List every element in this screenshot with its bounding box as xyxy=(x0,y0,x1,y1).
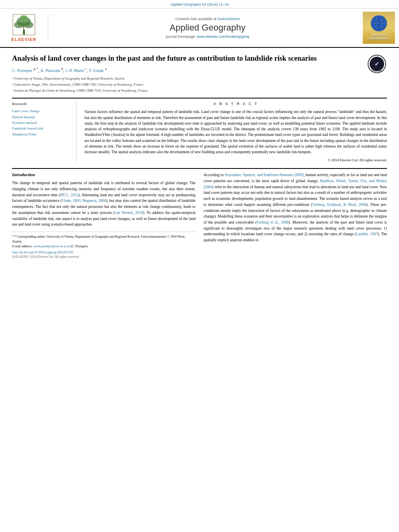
aff-b-text: Laboratoire Image, Ville, Environnement,… xyxy=(14,82,144,87)
email-link[interactable]: catrin.promper@univie.ac.at xyxy=(33,244,70,248)
globe-icon xyxy=(371,15,387,31)
aff-b-sup: b xyxy=(12,82,14,86)
title-divider xyxy=(12,98,387,99)
doi-line[interactable]: http://dx.doi.org/10.1016/j.apgeog.2014.… xyxy=(12,251,195,254)
homepage-label: journal homepage: xyxy=(166,35,196,39)
introduction-right-text: According to Slaymaker, Spencer, and Emb… xyxy=(204,172,387,243)
ref-verburg-etal[interactable]: Verburg et al., 2008 xyxy=(257,220,288,224)
intro-left-para: The change in temporal and spatial patte… xyxy=(12,180,195,228)
italic-what-could: what could happen xyxy=(225,203,255,207)
left-column: Introduction The change in temporal and … xyxy=(12,172,195,259)
abstract-text-box: A B S T R A C T Various factors influenc… xyxy=(84,102,387,162)
abstract-heading: A B S T R A C T xyxy=(84,102,387,106)
ref-glade[interactable]: Glade, 2003; Begueria, 2006 xyxy=(62,199,106,203)
abstract-copyright: © 2014 Elsevier Ltd. All rights reserved… xyxy=(84,158,387,162)
crossmark-icon: ✓ CrossMark xyxy=(367,54,387,74)
author-glade-sup: a xyxy=(105,67,107,71)
footnote-section: * * Corresponding author. University of … xyxy=(12,232,195,259)
aff-c-sup: c xyxy=(12,88,13,92)
journal-center-info: Contents lists available at ScienceDirec… xyxy=(52,17,363,39)
homepage-url-link[interactable]: www.elsevier.com/locate/apgeog xyxy=(197,35,249,39)
introduction-left-text: The change in temporal and spatial patte… xyxy=(12,180,195,228)
abstract-body: Various factors influence the spatial an… xyxy=(84,109,387,155)
svg-text:✓: ✓ xyxy=(374,61,379,67)
svg-point-4 xyxy=(24,22,33,28)
keywords-box: Keywords: Land cover change Natural haza… xyxy=(12,102,76,162)
elsevier-tree-icon xyxy=(11,14,37,36)
journal-title: Applied Geography xyxy=(52,23,363,33)
footnote-text-content: * Corresponding author. University of Vi… xyxy=(12,235,185,243)
ref-ipcc[interactable]: IPCC, 2012 xyxy=(60,193,78,197)
author-puissant-sup: b xyxy=(62,67,63,71)
authors-line: C. Promper a, *, A. Puissant b, J.-P. Ma… xyxy=(12,67,387,73)
ag-logo-text: APPLIEDGEOGRAPHY xyxy=(369,33,389,40)
issn-text: 0143-6228/© 2014 Elsevier Ltd. All right… xyxy=(12,255,79,259)
journal-citation: Applied Geography 53 (2014) 11–19 xyxy=(170,2,229,6)
aff-a-sup: a xyxy=(12,76,14,80)
ref-lambin[interactable]: Lambin, 1997 xyxy=(356,232,378,236)
abstract-section: Keywords: Land cover change Natural haza… xyxy=(12,102,387,162)
author-puissant[interactable]: A. Puissant xyxy=(40,68,60,73)
contents-label: Contents lists available at xyxy=(175,17,216,21)
svg-text:CrossMark: CrossMark xyxy=(371,70,383,72)
author-promper-sup: a, * xyxy=(33,67,38,71)
keyword-3[interactable]: Scenario analysis xyxy=(12,120,70,125)
ref-slaymaker[interactable]: Slaymaker, Spencer, and Embleton-Hamann … xyxy=(225,173,304,177)
keyword-5[interactable]: Waidhofen/Ybbs xyxy=(12,131,70,137)
email-author: (C. Promper). xyxy=(71,244,88,248)
svg-point-3 xyxy=(14,22,24,28)
ref-verburg2008[interactable]: Verburg, Eickhout, & Meijl, 2008 xyxy=(313,203,366,207)
email-label: E-mail address: xyxy=(12,244,33,248)
svg-point-5 xyxy=(20,15,28,22)
intro-right-para: According to Slaymaker, Spencer, and Emb… xyxy=(204,172,387,243)
ref-vanwesten[interactable]: van Westen, 2010 xyxy=(115,211,143,215)
doi-text: http://dx.doi.org/10.1016/j.apgeog.2014.… xyxy=(12,251,73,254)
journal-header: ELSEVIER Contents lists available at Sci… xyxy=(0,8,399,48)
body-columns: Introduction The change in temporal and … xyxy=(12,172,387,259)
author-malet[interactable]: J.-P. Malet xyxy=(65,68,84,73)
introduction-title: Introduction xyxy=(12,172,195,177)
affiliation-b: b Laboratoire Image, Ville, Environnemen… xyxy=(12,82,387,87)
keyword-4[interactable]: Landslide hazard risk xyxy=(12,125,70,131)
article-title: Analysis of land cover changes in the pa… xyxy=(12,54,387,63)
page-wrapper: Applied Geography 53 (2014) 11–19 xyxy=(0,0,399,532)
right-column: According to Slaymaker, Spencer, and Emb… xyxy=(204,172,387,259)
ref-rindfuss[interactable]: Rindfuss, Walsh, Turner, Fox, and Mishra… xyxy=(204,179,387,189)
aff-a-text: University of Vienna, Department of Geog… xyxy=(14,76,125,81)
contents-available-line: Contents lists available at ScienceDirec… xyxy=(52,17,363,21)
journal-homepage-line: journal homepage: www.elsevier.com/locat… xyxy=(52,35,363,39)
footnote-corresponding: * * Corresponding author. University of … xyxy=(12,234,195,244)
affiliation-a: a University of Vienna, Department of Ge… xyxy=(12,76,387,81)
sciencedirect-link[interactable]: ScienceDirect xyxy=(218,17,240,21)
author-malet-sup: c xyxy=(85,67,87,71)
crossmark-badge: ✓ CrossMark xyxy=(367,54,387,75)
elsevier-logo: ELSEVIER xyxy=(4,14,48,42)
journal-citation-bar: Applied Geography 53 (2014) 11–19 xyxy=(0,0,399,8)
affiliations-section: a University of Vienna, Department of Ge… xyxy=(12,76,387,93)
aff-c-text: Institut de Physique du Globe de Strasbo… xyxy=(14,88,148,93)
abstract-divider xyxy=(12,168,387,169)
svg-rect-0 xyxy=(23,30,25,35)
footnote-email-line: E-mail address: catrin.promper@univie.ac… xyxy=(12,244,195,249)
article-content: Analysis of land cover changes in the pa… xyxy=(0,48,399,265)
keywords-title: Keywords: xyxy=(12,102,70,106)
author-promper[interactable]: C. Promper xyxy=(12,68,33,73)
keyword-1[interactable]: Land cover change xyxy=(12,108,70,114)
issn-line: 0143-6228/© 2014 Elsevier Ltd. All right… xyxy=(12,255,195,259)
elsevier-brand-text: ELSEVIER xyxy=(11,37,36,42)
keyword-2[interactable]: Natural hazards xyxy=(12,114,70,120)
article-title-section: Analysis of land cover changes in the pa… xyxy=(12,54,387,63)
applied-geography-logo: APPLIEDGEOGRAPHY xyxy=(363,12,395,44)
affiliation-c: c Institut de Physique du Globe de Stras… xyxy=(12,88,387,93)
author-glade[interactable]: T. Glade xyxy=(89,68,104,73)
